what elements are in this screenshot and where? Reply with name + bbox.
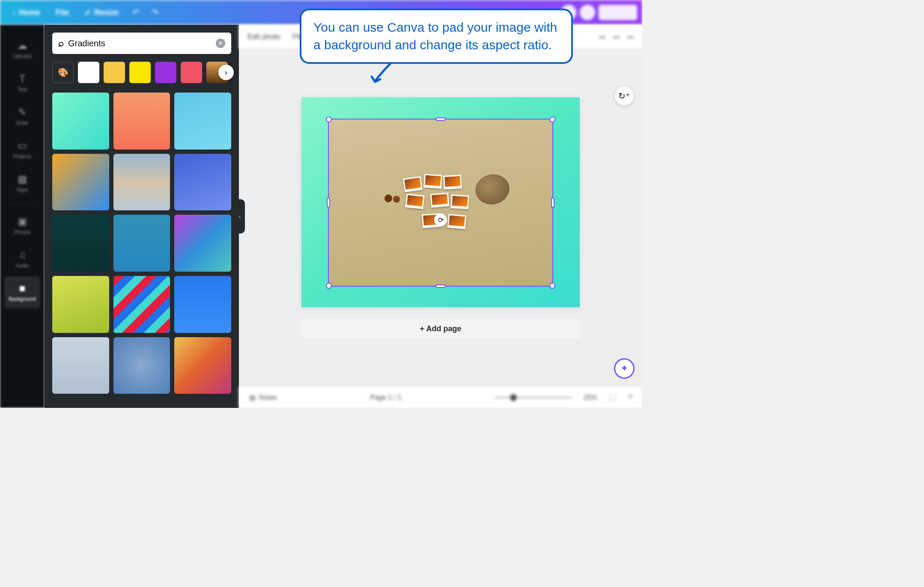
gradient-tile[interactable] [52, 93, 109, 150]
color-swatch-purple[interactable] [155, 62, 176, 83]
callout-arrow-icon [370, 60, 396, 86]
page-indicator[interactable]: Page 1 / 1 [370, 394, 401, 401]
undo-button[interactable]: ↶ [126, 4, 146, 21]
fullscreen-button[interactable]: ⛶ [609, 394, 616, 401]
share-circle[interactable] [580, 5, 595, 20]
palette-icon: 🎨 [58, 67, 69, 78]
search-box[interactable]: ⌕ ✕ [52, 33, 231, 54]
help-button[interactable]: ? [628, 394, 632, 401]
toolbar-icon[interactable]: ▭ [613, 33, 620, 41]
apps-icon: ▦ [18, 173, 27, 185]
rail-text[interactable]: TText [4, 67, 40, 99]
resize-handle-right[interactable] [551, 198, 554, 208]
zoom-slider[interactable] [495, 397, 572, 398]
gradient-tile[interactable] [113, 215, 170, 272]
gradient-tile[interactable] [113, 276, 170, 333]
magic-button[interactable]: ✦ [614, 358, 635, 379]
toolbar-right: ▭ ▭ ▭ [599, 33, 634, 41]
gradient-tile[interactable] [174, 154, 231, 211]
reset-transform-button[interactable]: ↻⁺ [615, 87, 634, 105]
resize-handle-bottom-right[interactable] [549, 283, 555, 289]
fullscreen-icon: ⛶ [609, 394, 616, 401]
gradient-tile[interactable] [52, 276, 109, 333]
zoom-thumb[interactable] [510, 394, 517, 401]
back-button[interactable]: ‹Home [5, 5, 48, 21]
gradient-tile[interactable] [174, 93, 231, 150]
toolbar-icon[interactable]: ▭ [599, 33, 605, 41]
home-label: Home [19, 8, 40, 17]
rail-background-label: Background [9, 296, 36, 302]
rail-audio-label: Audio [16, 263, 29, 269]
rail-draw[interactable]: ✎Draw [4, 100, 40, 132]
gradient-tile[interactable] [113, 154, 170, 211]
resize-handle-top[interactable] [435, 117, 446, 121]
canvas-area: Edit photo Flip ▭ ▭ ▭ ↻⁺ [239, 25, 642, 408]
help-icon: ? [628, 394, 632, 401]
color-swatch-yellow[interactable] [129, 62, 151, 83]
resize-menu[interactable]: ⤢Resize [77, 4, 126, 21]
selected-image[interactable] [329, 120, 552, 286]
color-picker-button[interactable]: 🎨 [52, 62, 74, 83]
gradient-tile[interactable] [52, 337, 109, 394]
cloud-upload-icon: ☁ [17, 39, 27, 51]
notes-button[interactable]: ▤Notes [249, 393, 277, 401]
resize-handle-left[interactable] [327, 198, 330, 208]
share-button[interactable] [599, 5, 637, 20]
draw-icon: ✎ [18, 106, 27, 118]
gradient-tile[interactable] [52, 215, 109, 272]
color-swatch-gold[interactable] [104, 62, 125, 83]
background-icon: ■ [19, 282, 26, 294]
toolbar-icon[interactable]: ▭ [627, 33, 634, 41]
file-menu[interactable]: File [48, 5, 77, 21]
resize-handle-top-left[interactable] [326, 117, 332, 123]
rail-divider [9, 204, 35, 204]
selection-box[interactable] [328, 119, 553, 287]
rail-text-label: Text [18, 87, 27, 93]
resize-handle-bottom[interactable] [435, 285, 446, 288]
rail-apps[interactable]: ▦Apps [4, 167, 40, 199]
music-icon: ♫ [18, 249, 26, 261]
color-row: 🎨 › [52, 62, 231, 83]
gradient-tile[interactable] [174, 337, 231, 394]
rail-draw-label: Draw [16, 120, 28, 126]
notes-icon: ▤ [249, 393, 256, 401]
gradient-tile[interactable] [174, 276, 231, 333]
color-scroll-right[interactable]: › [218, 65, 234, 80]
gradient-tile[interactable] [52, 154, 109, 211]
resize-handle-top-right[interactable] [549, 117, 555, 123]
file-label: File [56, 8, 69, 17]
canvas-viewport[interactable]: ↻⁺ [239, 49, 642, 386]
color-swatch-white[interactable] [78, 62, 99, 83]
edit-photo-button[interactable]: Edit photo [247, 33, 280, 41]
chevron-right-icon: › [225, 68, 227, 77]
rotate-icon: ⟳ [438, 216, 444, 224]
chevron-left-icon: ‹ [13, 8, 15, 17]
rail-uploads[interactable]: ☁Uploads [4, 33, 40, 65]
search-input[interactable] [68, 39, 212, 48]
rail-audio[interactable]: ♫Audio [4, 243, 40, 275]
gradient-grid [52, 93, 231, 398]
panel-collapse-button[interactable]: ‹ [235, 199, 245, 234]
gradient-tile[interactable] [113, 337, 170, 394]
polaroid [443, 175, 462, 189]
color-swatch-pink[interactable] [181, 62, 202, 83]
gradient-tile[interactable] [174, 215, 231, 272]
redo-button[interactable]: ↷ [146, 4, 165, 21]
rail-background[interactable]: ■Background [4, 276, 40, 308]
rotate-button[interactable]: ⟳ [434, 213, 447, 226]
resize-label: Resize [94, 8, 119, 17]
rail-projects-label: Projects [13, 153, 31, 159]
rail-projects[interactable]: ▭Projects [4, 134, 40, 165]
gradient-tile[interactable] [113, 93, 170, 150]
clear-search-button[interactable]: ✕ [216, 39, 225, 48]
polaroid [403, 176, 423, 192]
zoom-value[interactable]: 25% [584, 394, 597, 401]
resize-handle-bottom-left[interactable] [326, 283, 332, 289]
photo-icon: ▣ [18, 216, 27, 228]
chevron-left-icon: ‹ [239, 213, 241, 220]
page-frame[interactable] [301, 97, 580, 307]
icon-rail: ☁Uploads TText ✎Draw ▭Projects ▦Apps ▣Ph… [0, 25, 45, 408]
add-page-button[interactable]: + Add page [301, 319, 580, 338]
polaroid [423, 174, 442, 189]
rail-photos[interactable]: ▣Photos [4, 210, 40, 241]
